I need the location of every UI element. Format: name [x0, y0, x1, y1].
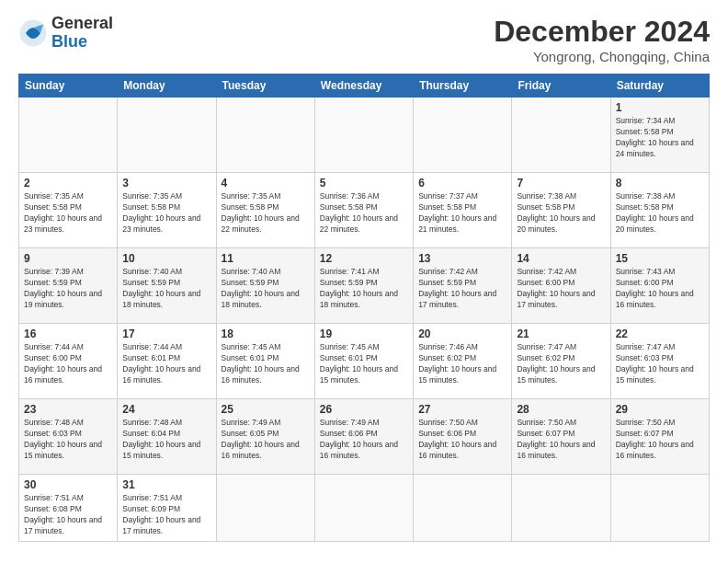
day-number: 29 — [616, 403, 704, 416]
sunrise-text: Sunrise: 7:39 AM — [24, 267, 84, 276]
day-info: Sunrise: 7:44 AMSunset: 6:01 PMDaylight:… — [122, 342, 210, 386]
day-number: 31 — [122, 478, 210, 491]
daylight-text: Daylight: 10 hours and 16 minutes. — [517, 440, 595, 460]
sunset-text: Sunset: 6:05 PM — [222, 429, 279, 438]
table-row — [512, 98, 610, 173]
day-info: Sunrise: 7:36 AMSunset: 5:58 PMDaylight:… — [320, 191, 408, 236]
daylight-text: Daylight: 10 hours and 16 minutes. — [122, 364, 200, 385]
sunset-text: Sunset: 6:09 PM — [122, 504, 180, 513]
day-info: Sunrise: 7:47 AMSunset: 6:03 PMDaylight:… — [616, 342, 704, 386]
daylight-text: Daylight: 10 hours and 15 minutes. — [517, 364, 595, 385]
table-row: 6Sunrise: 7:37 AMSunset: 5:58 PMDaylight… — [414, 173, 512, 248]
sunrise-text: Sunrise: 7:37 AM — [418, 191, 478, 201]
day-info: Sunrise: 7:39 AMSunset: 5:59 PMDaylight:… — [24, 267, 112, 311]
day-number: 14 — [517, 252, 605, 265]
sunset-text: Sunset: 5:58 PM — [418, 202, 476, 212]
table-row — [19, 98, 118, 173]
main-container: General Blue December 2024 Yongrong, Cho… — [0, 0, 728, 551]
sunset-text: Sunset: 5:58 PM — [616, 202, 674, 212]
sunset-text: Sunset: 6:07 PM — [517, 429, 574, 438]
day-info: Sunrise: 7:50 AMSunset: 6:07 PMDaylight:… — [616, 418, 704, 462]
day-number: 24 — [122, 403, 210, 416]
calendar-table: Sunday Monday Tuesday Wednesday Thursday… — [18, 74, 710, 542]
table-row: 30Sunrise: 7:51 AMSunset: 6:08 PMDayligh… — [19, 475, 118, 542]
table-row: 4Sunrise: 7:35 AMSunset: 5:58 PMDaylight… — [216, 173, 314, 248]
sunrise-text: Sunrise: 7:51 AM — [122, 493, 182, 502]
day-info: Sunrise: 7:38 AMSunset: 5:58 PMDaylight:… — [517, 191, 605, 236]
sunrise-text: Sunrise: 7:42 AM — [418, 267, 478, 276]
daylight-text: Daylight: 10 hours and 15 minutes. — [616, 364, 694, 385]
table-row: 14Sunrise: 7:42 AMSunset: 6:00 PMDayligh… — [512, 248, 610, 324]
sunset-text: Sunset: 6:03 PM — [616, 353, 674, 362]
table-row: 18Sunrise: 7:45 AMSunset: 6:01 PMDayligh… — [216, 324, 314, 399]
daylight-text: Daylight: 10 hours and 17 minutes. — [517, 289, 595, 309]
table-row: 15Sunrise: 7:43 AMSunset: 6:00 PMDayligh… — [610, 248, 709, 324]
sunrise-text: Sunrise: 7:41 AM — [320, 267, 380, 276]
table-row: 12Sunrise: 7:41 AMSunset: 5:59 PMDayligh… — [314, 248, 413, 324]
sunset-text: Sunset: 5:59 PM — [222, 278, 279, 287]
col-sunday: Sunday — [19, 75, 118, 98]
calendar-header-row: Sunday Monday Tuesday Wednesday Thursday… — [19, 75, 710, 98]
sunrise-text: Sunrise: 7:45 AM — [320, 342, 380, 351]
table-row: 2Sunrise: 7:35 AMSunset: 5:58 PMDaylight… — [19, 173, 118, 248]
day-number: 30 — [24, 478, 112, 491]
day-info: Sunrise: 7:43 AMSunset: 6:00 PMDaylight:… — [616, 267, 704, 311]
day-number: 2 — [24, 177, 112, 190]
table-row: 24Sunrise: 7:48 AMSunset: 6:04 PMDayligh… — [118, 399, 216, 475]
table-row — [216, 475, 314, 542]
daylight-text: Daylight: 10 hours and 16 minutes. — [24, 364, 102, 385]
sunset-text: Sunset: 6:08 PM — [24, 504, 82, 513]
daylight-text: Daylight: 10 hours and 18 minutes. — [320, 289, 398, 309]
sunset-text: Sunset: 6:06 PM — [320, 429, 378, 438]
daylight-text: Daylight: 10 hours and 22 minutes. — [320, 213, 398, 234]
sunrise-text: Sunrise: 7:43 AM — [616, 267, 676, 276]
daylight-text: Daylight: 10 hours and 15 minutes. — [320, 364, 398, 385]
day-number: 28 — [517, 403, 605, 416]
day-number: 7 — [517, 177, 605, 190]
daylight-text: Daylight: 10 hours and 15 minutes. — [24, 440, 102, 460]
sunset-text: Sunset: 5:59 PM — [320, 278, 378, 287]
day-number: 23 — [24, 403, 112, 416]
day-info: Sunrise: 7:46 AMSunset: 6:02 PMDaylight:… — [418, 342, 506, 386]
day-info: Sunrise: 7:41 AMSunset: 5:59 PMDaylight:… — [320, 267, 408, 311]
day-number: 6 — [418, 177, 506, 190]
day-info: Sunrise: 7:42 AMSunset: 6:00 PMDaylight:… — [517, 267, 605, 311]
table-row — [118, 98, 216, 173]
day-number: 27 — [418, 403, 506, 416]
table-row: 13Sunrise: 7:42 AMSunset: 5:59 PMDayligh… — [414, 248, 512, 324]
calendar-week-row: 1Sunrise: 7:34 AMSunset: 5:58 PMDaylight… — [19, 98, 710, 173]
day-info: Sunrise: 7:44 AMSunset: 6:00 PMDaylight:… — [24, 342, 112, 386]
day-number: 26 — [320, 403, 408, 416]
day-number: 20 — [418, 327, 506, 340]
calendar-week-row: 16Sunrise: 7:44 AMSunset: 6:00 PMDayligh… — [19, 324, 710, 399]
table-row: 23Sunrise: 7:48 AMSunset: 6:03 PMDayligh… — [19, 399, 118, 475]
sunrise-text: Sunrise: 7:40 AM — [222, 267, 281, 276]
day-info: Sunrise: 7:47 AMSunset: 6:02 PMDaylight:… — [517, 342, 605, 386]
day-number: 18 — [222, 327, 310, 340]
table-row — [414, 98, 512, 173]
daylight-text: Daylight: 10 hours and 23 minutes. — [24, 213, 102, 234]
daylight-text: Daylight: 10 hours and 18 minutes. — [222, 289, 300, 309]
sunrise-text: Sunrise: 7:44 AM — [122, 342, 182, 351]
day-info: Sunrise: 7:49 AMSunset: 6:06 PMDaylight:… — [320, 418, 408, 462]
location: Yongrong, Chongqing, China — [494, 49, 710, 64]
sunrise-text: Sunrise: 7:35 AM — [24, 191, 84, 201]
table-row — [314, 98, 413, 173]
day-number: 22 — [616, 327, 704, 340]
logo-text: General Blue — [51, 15, 113, 52]
day-info: Sunrise: 7:45 AMSunset: 6:01 PMDaylight:… — [222, 342, 310, 386]
day-number: 13 — [418, 252, 506, 265]
daylight-text: Daylight: 10 hours and 16 minutes. — [418, 440, 496, 460]
daylight-text: Daylight: 10 hours and 16 minutes. — [616, 289, 694, 309]
table-row: 28Sunrise: 7:50 AMSunset: 6:07 PMDayligh… — [512, 399, 610, 475]
sunrise-text: Sunrise: 7:35 AM — [222, 191, 281, 201]
calendar-week-row: 30Sunrise: 7:51 AMSunset: 6:08 PMDayligh… — [19, 475, 710, 542]
daylight-text: Daylight: 10 hours and 15 minutes. — [122, 440, 200, 460]
sunrise-text: Sunrise: 7:45 AM — [222, 342, 281, 351]
calendar-week-row: 23Sunrise: 7:48 AMSunset: 6:03 PMDayligh… — [19, 399, 710, 475]
sunset-text: Sunset: 6:07 PM — [616, 429, 674, 438]
month-title: December 2024 — [494, 15, 710, 49]
sunrise-text: Sunrise: 7:51 AM — [24, 493, 84, 502]
daylight-text: Daylight: 10 hours and 23 minutes. — [122, 213, 200, 234]
table-row: 31Sunrise: 7:51 AMSunset: 6:09 PMDayligh… — [118, 475, 216, 542]
